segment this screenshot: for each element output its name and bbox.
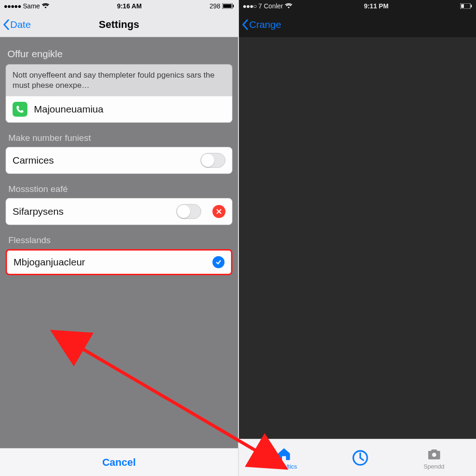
back-button-left[interactable]: Date [3, 12, 31, 37]
tab-home[interactable]: Demoltics [271, 446, 297, 470]
info-card: Nott onyeffeent and say thempleter fould… [6, 64, 232, 96]
settings-content: Offur engikle Nott onyeffeent and say th… [0, 37, 238, 448]
cell-mbjoganjuacleur[interactable]: Mbjoganjuacleur [6, 249, 232, 275]
phone-left: ●●●●● Same 9:16 AM 298 Date Settings Off… [0, 0, 238, 476]
status-right-cluster [460, 3, 472, 9]
clock-label: 9:16 AM [117, 2, 142, 10]
chevron-left-icon [3, 19, 9, 30]
chevron-left-icon [242, 19, 248, 30]
cell-label: Majouneuamiua [34, 104, 103, 115]
carrier-label: 7 Conler [258, 2, 283, 10]
clock-label: 9:11 PM [364, 2, 389, 10]
nav-bar-right: Crange [239, 12, 476, 37]
page-title-left: Settings [99, 19, 139, 31]
section-header-1: Offur engikle [0, 48, 238, 64]
status-left-cluster: ●●●●● Same [4, 2, 49, 10]
svg-rect-2 [233, 5, 234, 7]
back-button-right[interactable]: Crange [242, 12, 281, 37]
nav-bar-left: Date Settings [0, 12, 238, 37]
back-label-left: Date [10, 19, 31, 30]
wifi-icon [42, 3, 49, 9]
phone-app-icon [13, 102, 27, 117]
wifi-icon [285, 3, 292, 9]
cell-label: Carmices [13, 155, 54, 166]
status-indicator: 298 [210, 2, 220, 10]
tab-label: Demoltics [271, 463, 297, 470]
cell-sifarpysens[interactable]: Sifarpysens [6, 198, 232, 225]
section-header-2: Make number funiest [0, 133, 238, 147]
cancel-button[interactable]: Cancel [0, 448, 238, 476]
cell-majouneuamiua[interactable]: Majouneuamiua [6, 96, 232, 123]
cell-label: Mbjoganjuacleur [13, 257, 85, 268]
check-icon [212, 256, 225, 268]
battery-icon [222, 3, 234, 9]
tab-bar: Demoltics Spendd [239, 439, 476, 476]
cancel-label: Cancel [102, 456, 136, 469]
toggle-carmices[interactable] [200, 153, 225, 168]
toggle-sifarpysens[interactable] [176, 204, 201, 219]
status-left-cluster: ●●●○ 7 Conler [243, 2, 292, 10]
tab-clock[interactable] [351, 449, 370, 468]
back-label-right: Crange [249, 19, 281, 30]
status-bar-right: ●●●○ 7 Conler 9:11 PM [239, 0, 476, 12]
tab-label: Spendd [423, 463, 444, 470]
phone-right: ●●●○ 7 Conler 9:11 PM Crange Demoltics [238, 0, 476, 476]
empty-dark-area [239, 37, 476, 439]
carrier-label: Same [23, 2, 40, 10]
tab-camera[interactable]: Spendd [423, 446, 444, 470]
signal-dots-icon: ●●●○ [243, 2, 257, 10]
status-right-cluster: 298 [210, 2, 234, 10]
section-header-4: Flesslands [0, 235, 238, 249]
svg-rect-4 [461, 4, 464, 8]
signal-dots-icon: ●●●●● [4, 2, 21, 10]
svg-point-7 [432, 453, 436, 457]
delete-icon[interactable] [212, 205, 225, 218]
section-header-3: Mossstion eafé [0, 184, 238, 198]
status-bar-left: ●●●●● Same 9:16 AM 298 [0, 0, 238, 12]
cell-label: Sifarpysens [13, 206, 64, 217]
svg-rect-5 [471, 5, 472, 7]
battery-icon [460, 3, 472, 9]
svg-rect-1 [223, 4, 231, 8]
cell-carmices[interactable]: Carmices [6, 147, 232, 174]
